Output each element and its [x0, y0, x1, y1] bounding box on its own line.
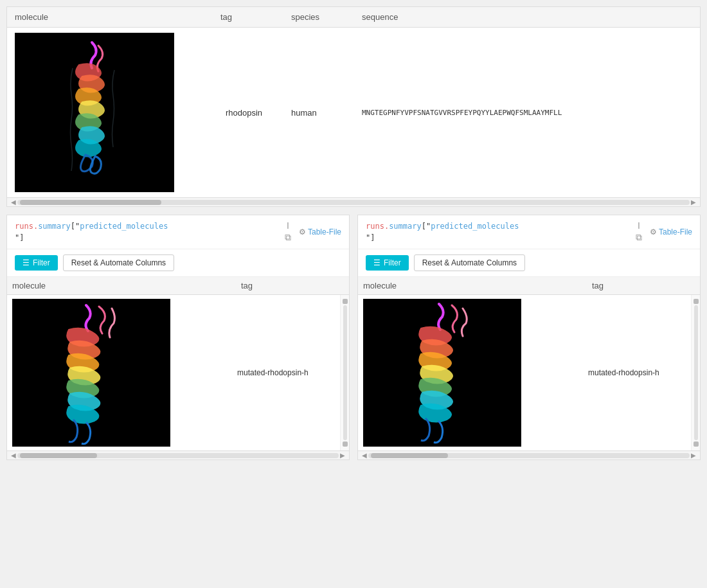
- right-filter-icon: ☰: [373, 258, 380, 267]
- right-panel-toolbar: ☰ Filter Reset & Automate Columns: [358, 249, 700, 277]
- col-header-sequence: sequence: [362, 12, 692, 22]
- right-scroll-left[interactable]: ◀: [361, 452, 368, 459]
- left-scroll-content: mutated-rhodopsin-h: [7, 295, 340, 450]
- right-panel-code: runs.summary["predicted_molecules"]: [366, 220, 519, 244]
- left-col-tag: tag: [241, 281, 344, 290]
- right-scroll-content: mutated-rhodopsin-h: [358, 295, 691, 450]
- right-molecule-cell: [363, 299, 583, 447]
- left-table-header: molecule tag: [7, 277, 349, 295]
- top-horizontal-scrollbar[interactable]: ◀ ▶: [7, 197, 700, 206]
- right-scroll-thumb: [371, 453, 448, 458]
- right-bottom-scrollbar[interactable]: ◀ ▶: [358, 450, 700, 459]
- right-filter-button[interactable]: ☰ Filter: [366, 255, 409, 271]
- bottom-left-panel: runs.summary["predicted_molecules"] I ⧉ …: [6, 215, 350, 460]
- right-col-molecule: molecule: [363, 281, 592, 290]
- left-scroll-track[interactable]: [17, 453, 339, 458]
- scroll-left-arrow[interactable]: ◀: [10, 199, 17, 206]
- right-gear-icon: ⚙: [650, 227, 657, 236]
- left-vertical-scrollbar[interactable]: [340, 295, 349, 450]
- left-filter-label: Filter: [33, 258, 50, 267]
- right-filter-label: Filter: [384, 258, 401, 267]
- left-table-container: molecule tag: [7, 277, 349, 450]
- scrollbar-track[interactable]: [17, 200, 690, 205]
- top-molecule-image: [15, 33, 174, 192]
- left-bottom-scrollbar[interactable]: ◀ ▶: [7, 450, 349, 459]
- right-code-key: predicted_molecules: [431, 222, 519, 231]
- left-molecule-cell: [12, 299, 232, 447]
- top-table-header: molecule tag species sequence: [7, 7, 700, 28]
- left-panel-header: runs.summary["predicted_molecules"] I ⧉ …: [7, 215, 349, 249]
- left-cursor-icon[interactable]: I: [287, 220, 289, 231]
- top-table-panel: molecule tag species sequence: [6, 6, 701, 207]
- right-icon-group: I ⧉: [636, 220, 642, 243]
- left-table-file-link[interactable]: ⚙ Table-File: [299, 227, 341, 236]
- col-header-tag: tag: [220, 12, 291, 22]
- right-scroll-track[interactable]: [368, 453, 690, 458]
- right-tag-value: mutated-rhodopsin-h: [588, 368, 659, 377]
- left-code-key: predicted_molecules: [80, 222, 168, 231]
- left-reset-label: Reset & Automate Columns: [71, 258, 166, 267]
- right-data-row: mutated-rhodopsin-h: [358, 295, 691, 450]
- right-vertical-scrollbar[interactable]: [691, 295, 700, 450]
- left-molecule-image: [12, 299, 170, 447]
- left-filter-button[interactable]: ☰ Filter: [15, 255, 58, 271]
- right-code-summary: summary: [389, 222, 422, 231]
- right-panel-header: runs.summary["predicted_molecules"] I ⧉ …: [358, 215, 700, 249]
- top-molecule-cell: [15, 33, 220, 192]
- right-panel-header-right: I ⧉ ⚙ Table-File: [636, 220, 692, 243]
- left-tag-value: mutated-rhodopsin-h: [237, 368, 309, 377]
- right-molecule-image: [363, 299, 521, 447]
- right-tag-cell: mutated-rhodopsin-h: [583, 368, 686, 377]
- right-reset-button[interactable]: Reset & Automate Columns: [414, 254, 525, 271]
- right-scroll-right[interactable]: ▶: [690, 452, 697, 459]
- right-reset-label: Reset & Automate Columns: [422, 258, 517, 267]
- bottom-panels-container: runs.summary["predicted_molecules"] I ⧉ …: [6, 215, 701, 460]
- right-code-bracket2: "]: [366, 233, 375, 242]
- left-panel-code: runs.summary["predicted_molecules"]: [15, 220, 168, 244]
- left-code-prefix: runs.: [15, 222, 38, 231]
- col-header-species: species: [291, 12, 362, 22]
- left-code-summary: summary: [38, 222, 71, 231]
- left-table-file-label: Table-File: [308, 227, 341, 236]
- left-scroll-left[interactable]: ◀: [10, 452, 17, 459]
- top-species-cell: human: [291, 108, 362, 118]
- left-table-body: mutated-rhodopsin-h: [7, 295, 349, 450]
- right-table-container: molecule tag: [358, 277, 700, 450]
- bottom-right-panel: runs.summary["predicted_molecules"] I ⧉ …: [357, 215, 701, 460]
- right-cursor-icon[interactable]: I: [638, 220, 640, 231]
- right-code-bracket1: [": [422, 222, 431, 231]
- left-code-bracket2: "]: [15, 233, 24, 242]
- right-col-tag: tag: [592, 281, 695, 290]
- left-scroll-thumb: [20, 453, 97, 458]
- left-reset-button[interactable]: Reset & Automate Columns: [63, 254, 174, 271]
- col-header-molecule: molecule: [15, 12, 220, 22]
- right-table-file-label: Table-File: [659, 227, 692, 236]
- top-species-value: human: [291, 108, 317, 118]
- left-gear-icon: ⚙: [299, 227, 306, 236]
- left-panel-toolbar: ☰ Filter Reset & Automate Columns: [7, 249, 349, 277]
- left-data-row: mutated-rhodopsin-h: [7, 295, 340, 450]
- right-code-prefix: runs.: [366, 222, 389, 231]
- scrollbar-thumb: [20, 200, 161, 205]
- left-panel-header-right: I ⧉ ⚙ Table-File: [285, 220, 341, 243]
- top-sequence-cell: MNGTEGPNFYVPFSNATGVVRSPFEYPQYYLAEPWQFSML…: [362, 109, 692, 117]
- top-tag-value: rhodopsin: [226, 108, 262, 118]
- left-icon-group: I ⧉: [285, 220, 291, 243]
- right-table-header: molecule tag: [358, 277, 700, 295]
- left-code-bracket1: [": [71, 222, 80, 231]
- top-table-row: rhodopsin human MNGTEGPNFYVPFSNATGVVRSPF…: [7, 28, 700, 197]
- left-tag-cell: mutated-rhodopsin-h: [232, 368, 335, 377]
- top-sequence-value: MNGTEGPNFYVPFSNATGVVRSPFEYPQYYLAEPWQFSML…: [362, 109, 562, 117]
- right-table-file-link[interactable]: ⚙ Table-File: [650, 227, 692, 236]
- left-col-molecule: molecule: [12, 281, 241, 290]
- right-table-body: mutated-rhodopsin-h: [358, 295, 700, 450]
- left-scroll-right[interactable]: ▶: [339, 452, 346, 459]
- left-filter-icon: ☰: [22, 258, 30, 267]
- left-copy-icon[interactable]: ⧉: [285, 232, 291, 243]
- scroll-right-arrow[interactable]: ▶: [690, 199, 697, 206]
- right-copy-icon[interactable]: ⧉: [636, 232, 642, 243]
- top-tag-cell: rhodopsin: [220, 108, 291, 118]
